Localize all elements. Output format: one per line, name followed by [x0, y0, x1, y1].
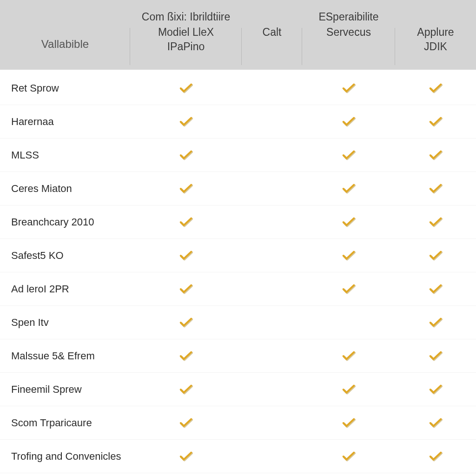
- header-row-label-text: Vallabible: [41, 37, 89, 52]
- cell-col-4: [395, 172, 476, 205]
- cell-col-3: [302, 339, 395, 372]
- check-icon: [429, 417, 443, 429]
- cell-col-4: [395, 272, 476, 305]
- table-body: Ret Sprow Harernaa MLSS Ceres Miaton Bre…: [0, 70, 476, 473]
- header-spacer-mid: [242, 0, 302, 23]
- table-row: Trofing and Convenicles: [0, 440, 476, 473]
- cell-col-2: [242, 239, 302, 272]
- feature-label: Ad leroI 2PR: [0, 272, 130, 305]
- header-group-left: Com ßixi: Ibrildtiire: [130, 0, 242, 23]
- header-group-right: ESperaibilite: [302, 0, 395, 23]
- check-icon: [342, 417, 356, 429]
- check-icon: [179, 384, 193, 395]
- cell-col-4: [395, 72, 476, 105]
- header-spacer-top: [0, 0, 130, 23]
- header-col-4-label: Applure JDIK: [417, 25, 454, 54]
- feature-label: Harernaa: [0, 105, 130, 138]
- check-icon: [179, 250, 193, 261]
- table-row: Breanchcary 2010: [0, 205, 476, 239]
- cell-col-1: [130, 339, 242, 372]
- check-icon: [342, 284, 356, 295]
- header-group-left-label: Com ßixi: Ibrildtiire: [142, 11, 230, 23]
- check-icon: [342, 350, 356, 362]
- check-icon: [179, 451, 193, 462]
- cell-col-1: [130, 440, 242, 473]
- check-icon: [179, 350, 193, 362]
- table-row: Safest5 KO: [0, 239, 476, 272]
- check-icon: [342, 150, 356, 161]
- feature-label: Trofing and Convenicles: [0, 440, 130, 473]
- check-icon: [429, 317, 443, 328]
- check-icon: [342, 183, 356, 194]
- cell-col-4: [395, 205, 476, 238]
- feature-label: Safest5 KO: [0, 239, 130, 272]
- check-icon: [342, 250, 356, 261]
- table-row: MLSS: [0, 139, 476, 172]
- cell-col-2: [242, 339, 302, 372]
- cell-col-1: [130, 172, 242, 205]
- feature-label: Malssue 5& Efrem: [0, 339, 130, 372]
- cell-col-1: [130, 306, 242, 339]
- check-icon: [429, 350, 443, 362]
- table-row: Ret Sprow: [0, 72, 476, 105]
- cell-col-2: [242, 440, 302, 473]
- header-col-1: Modiel LleX IPaPino: [130, 23, 242, 70]
- check-icon: [429, 384, 443, 395]
- cell-col-1: [130, 205, 242, 238]
- cell-col-1: [130, 373, 242, 406]
- cell-col-4: [395, 339, 476, 372]
- cell-col-2: [242, 306, 302, 339]
- cell-col-3: [302, 272, 395, 305]
- check-icon: [342, 83, 356, 94]
- feature-label: Ceres Miaton: [0, 172, 130, 205]
- feature-label: Ret Sprow: [0, 72, 130, 105]
- cell-col-2: [242, 139, 302, 172]
- check-icon: [429, 150, 443, 161]
- cell-col-1: [130, 239, 242, 272]
- check-icon: [429, 250, 443, 261]
- check-icon: [179, 83, 193, 94]
- cell-col-4: [395, 440, 476, 473]
- header-col-2-label: Calt: [263, 25, 282, 40]
- check-icon: [342, 116, 356, 127]
- cell-col-2: [242, 205, 302, 238]
- cell-col-3: [302, 239, 395, 272]
- check-icon: [429, 83, 443, 94]
- header-row-label: Vallabible: [0, 23, 130, 70]
- cell-col-2: [242, 406, 302, 439]
- cell-col-3: [302, 406, 395, 439]
- feature-label: Fineemil Sprew: [0, 373, 130, 406]
- cell-col-2: [242, 272, 302, 305]
- cell-col-2: [242, 105, 302, 138]
- cell-col-1: [130, 406, 242, 439]
- cell-col-3: [302, 440, 395, 473]
- table-row: Scom Trparicaure: [0, 406, 476, 440]
- table-row: Ad leroI 2PR: [0, 272, 476, 306]
- table-row: Spen Itv: [0, 306, 476, 339]
- check-icon: [179, 150, 193, 161]
- check-icon: [429, 284, 443, 295]
- header-col-2: Calt: [242, 23, 302, 70]
- cell-col-1: [130, 139, 242, 172]
- cell-col-3: [302, 373, 395, 406]
- cell-col-3: [302, 105, 395, 138]
- cell-col-3: [302, 205, 395, 238]
- check-icon: [342, 384, 356, 395]
- cell-col-4: [395, 406, 476, 439]
- cell-col-3: [302, 72, 395, 105]
- cell-col-4: [395, 139, 476, 172]
- check-icon: [179, 317, 193, 328]
- check-icon: [429, 217, 443, 228]
- cell-col-2: [242, 373, 302, 406]
- cell-col-4: [395, 306, 476, 339]
- header-group-right-label: ESperaibilite: [318, 11, 378, 23]
- check-icon: [179, 116, 193, 127]
- feature-label: MLSS: [0, 139, 130, 172]
- cell-col-2: [242, 172, 302, 205]
- cell-col-1: [130, 72, 242, 105]
- cell-col-4: [395, 239, 476, 272]
- check-icon: [342, 217, 356, 228]
- header-col-4: Applure JDIK: [395, 23, 476, 70]
- feature-label: Breanchcary 2010: [0, 205, 130, 238]
- table-row: Fineemil Sprew: [0, 373, 476, 406]
